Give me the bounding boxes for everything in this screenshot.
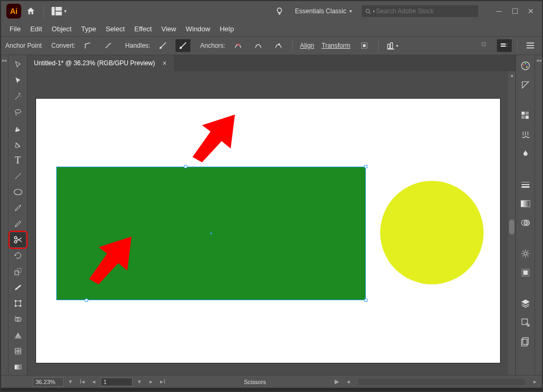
prev-artboard-button[interactable]: ◂ (89, 378, 99, 386)
menu-help[interactable]: Help (220, 25, 234, 33)
stroke-panel-button[interactable] (518, 177, 533, 192)
shape-builder-tool[interactable] (10, 312, 26, 327)
anchor-remove-button[interactable] (231, 39, 246, 52)
arrange-documents[interactable]: ▾ (51, 7, 67, 15)
curvature-icon (14, 140, 22, 149)
symbols-panel-button[interactable] (518, 146, 533, 161)
preferences-button[interactable] (497, 39, 512, 52)
menu-edit[interactable]: Edit (30, 25, 42, 33)
discover-button[interactable] (274, 5, 285, 17)
workspace-switcher[interactable]: Essentials Classic ▾ (291, 5, 356, 17)
artboard-index-input[interactable]: 1 (101, 378, 133, 386)
panel-rail (515, 55, 535, 375)
ellipse-tool[interactable] (10, 185, 26, 199)
scroll-up-button[interactable]: ▴ (508, 72, 515, 78)
perspective-grid-tool[interactable] (10, 328, 26, 343)
anchor-cut-button[interactable] (271, 39, 286, 52)
first-artboard-button[interactable]: I◂ (77, 378, 87, 386)
artboards-panel-button[interactable] (518, 334, 533, 349)
green-rectangle-shape[interactable] (57, 167, 365, 300)
convert-smooth-button[interactable] (101, 39, 116, 52)
magic-wand-tool[interactable] (10, 89, 26, 104)
menu-type[interactable]: Type (81, 25, 96, 33)
yellow-circle-shape[interactable] (380, 181, 484, 284)
width-tool[interactable] (10, 280, 26, 295)
pen-tool[interactable] (10, 121, 26, 136)
transform-link[interactable]: Transform (321, 42, 352, 49)
zoom-dropdown[interactable]: ▾ (66, 378, 75, 386)
free-transform-tool[interactable] (10, 296, 26, 311)
asset-export-panel-button[interactable] (518, 315, 533, 330)
scale-tool[interactable] (10, 264, 26, 279)
selection-handle-tr[interactable] (364, 165, 367, 168)
artboard-dropdown[interactable]: ▾ (135, 378, 144, 386)
left-collapse-rail[interactable]: ▸▸ (1, 55, 8, 375)
vertical-scrollbar[interactable]: ▴ (508, 71, 515, 375)
color-panel-button[interactable] (518, 58, 533, 73)
svg-point-42 (526, 66, 528, 68)
tab-close-button[interactable]: × (162, 59, 167, 67)
menu-object[interactable]: Object (51, 25, 72, 33)
convert-corner-button[interactable] (81, 39, 95, 52)
gradient-tool[interactable] (10, 360, 26, 374)
scroll-left-button[interactable]: ◂ (344, 378, 353, 386)
right-collapse-rail[interactable]: ◂◂ (535, 55, 542, 375)
anchor-connect-button[interactable] (251, 39, 266, 52)
menu-file[interactable]: File (10, 25, 21, 33)
scissors-tool[interactable] (10, 232, 26, 247)
search-stock[interactable]: ▾ (362, 5, 478, 17)
transparency-panel-button[interactable] (518, 215, 533, 230)
document-tab[interactable]: Untitled-1* @ 36.23% (RGB/GPU Preview) × (28, 55, 173, 71)
status-menu-button[interactable]: ▶ (332, 378, 341, 386)
chevron-down-icon: ▾ (349, 8, 352, 14)
lasso-tool[interactable] (10, 105, 26, 120)
scroll-thumb[interactable] (509, 220, 514, 234)
last-artboard-button[interactable]: ▸I (158, 378, 168, 386)
home-button[interactable] (24, 5, 37, 18)
next-artboard-button[interactable]: ▸ (146, 378, 156, 386)
anchor-point-bottom[interactable] (85, 299, 88, 302)
paintbrush-tool[interactable] (10, 201, 26, 215)
curvature-tool[interactable] (10, 137, 26, 152)
line-tool[interactable] (10, 169, 26, 184)
menu-window[interactable]: Window (186, 25, 210, 33)
swatches-panel-button[interactable] (518, 108, 533, 123)
menu-effect[interactable]: Effect (134, 25, 152, 33)
brushes-panel-button[interactable] (518, 127, 533, 142)
gradient-panel-button[interactable] (518, 196, 533, 211)
align-to-button[interactable]: ▾ (385, 39, 400, 52)
direct-selection-tool[interactable] (10, 73, 26, 88)
mesh-tool[interactable] (10, 344, 26, 359)
menu-select[interactable]: Select (106, 25, 125, 33)
menu-view[interactable]: View (161, 25, 176, 33)
rotate-tool[interactable] (10, 248, 26, 263)
appearance-panel-button[interactable] (518, 246, 533, 261)
scroll-right-button[interactable]: ▸ (530, 378, 540, 386)
handles-hide-button[interactable] (176, 39, 190, 52)
selection-tool[interactable] (10, 57, 26, 72)
selection-icon (14, 60, 22, 69)
scissors-icon (13, 235, 23, 245)
color-guide-panel-button[interactable] (518, 77, 533, 92)
selection-handle-br[interactable] (364, 299, 367, 302)
canvas[interactable]: ▴ (28, 71, 515, 375)
align-link[interactable]: Align (299, 42, 316, 49)
anchor-point-top[interactable] (184, 165, 187, 168)
type-tool[interactable]: T (10, 153, 26, 168)
horizontal-scrollbar[interactable] (358, 379, 525, 385)
svg-point-31 (20, 305, 21, 307)
layers-panel-button[interactable] (518, 296, 533, 311)
isolate-button[interactable] (357, 39, 372, 52)
panel-menu-icon[interactable] (523, 39, 538, 52)
graphic-styles-panel-button[interactable] (518, 265, 533, 280)
pencil-tool[interactable] (10, 216, 26, 231)
svg-marker-36 (192, 115, 235, 162)
zoom-level[interactable]: 36.23% (33, 377, 64, 387)
maximize-button[interactable]: ☐ (510, 6, 520, 16)
minimize-button[interactable]: ─ (494, 6, 504, 16)
search-input[interactable] (376, 7, 471, 15)
divider (517, 40, 518, 51)
close-button[interactable]: ✕ (526, 6, 536, 16)
grid-options-button[interactable] (478, 39, 493, 52)
handles-show-button[interactable] (155, 39, 170, 52)
